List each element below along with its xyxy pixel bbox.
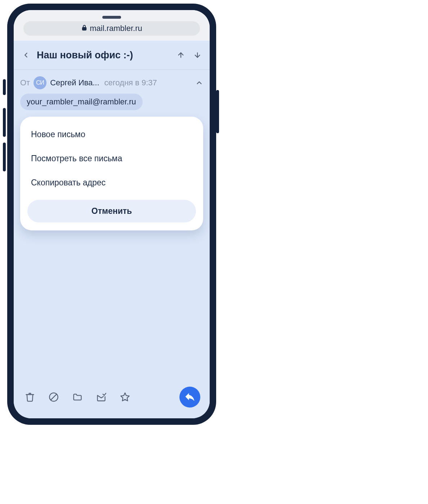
- lock-icon: [81, 24, 88, 33]
- from-label: От: [20, 78, 30, 87]
- phone-mute-switch: [3, 79, 6, 95]
- sender-name[interactable]: Сергей Ива...: [50, 78, 99, 87]
- action-new-message[interactable]: Новое письмо: [24, 122, 200, 147]
- back-icon[interactable]: [20, 49, 32, 61]
- spam-icon[interactable]: [47, 390, 61, 404]
- svg-marker-5: [121, 393, 129, 401]
- mail-header: Наш новый офис :-): [14, 41, 210, 70]
- phone-screen: mail.rambler.ru Наш новый офис :-) От СИ…: [14, 10, 210, 418]
- cancel-button[interactable]: Отменить: [27, 200, 196, 222]
- action-view-all-messages[interactable]: Посмотреть все письма: [24, 147, 200, 171]
- action-copy-address[interactable]: Скопировать адрес: [24, 171, 200, 195]
- previous-message-icon[interactable]: [175, 49, 187, 61]
- delete-icon[interactable]: [23, 390, 37, 404]
- browser-url-chip[interactable]: mail.rambler.ru: [23, 21, 200, 36]
- star-icon[interactable]: [118, 390, 132, 404]
- svg-line-4: [51, 394, 57, 400]
- mail-subject: Наш новый офис :-): [37, 50, 170, 61]
- next-message-icon[interactable]: [192, 49, 203, 61]
- phone-power-button: [216, 90, 219, 133]
- reply-button[interactable]: [179, 387, 200, 408]
- phone-frame: mail.rambler.ru Наш новый офис :-) От СИ…: [7, 4, 216, 425]
- phone-speaker: [102, 16, 121, 19]
- browser-bar: mail.rambler.ru: [14, 10, 210, 41]
- from-row: От СИ Сергей Ива... сегодня в 9:37: [14, 70, 210, 94]
- folder-icon[interactable]: [71, 390, 84, 404]
- contact-actions-popup: Новое письмо Посмотреть все письма Скопи…: [20, 117, 203, 230]
- bottom-toolbar: [14, 380, 210, 418]
- mark-read-icon[interactable]: [94, 390, 108, 404]
- browser-url-text: mail.rambler.ru: [90, 24, 142, 33]
- email-address-chip[interactable]: your_rambler_mail@rambler.ru: [20, 94, 143, 110]
- collapse-icon[interactable]: [195, 79, 203, 87]
- phone-volume-up: [3, 108, 6, 137]
- timestamp: сегодня в 9:37: [104, 78, 157, 87]
- phone-volume-down: [3, 143, 6, 171]
- svg-rect-0: [83, 27, 86, 30]
- avatar[interactable]: СИ: [34, 76, 46, 89]
